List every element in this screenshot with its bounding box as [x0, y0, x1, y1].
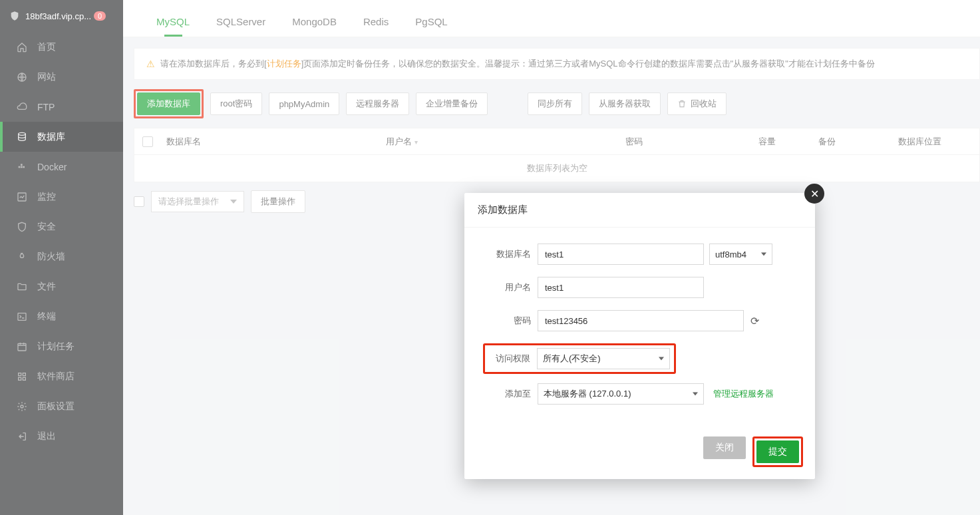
label-addto: 添加至: [483, 388, 538, 400]
modal-close-button[interactable]: ✕: [804, 184, 824, 204]
manage-remote-link[interactable]: 管理远程服务器: [713, 388, 774, 400]
row-access: 访问权限 所有人(不安全): [483, 343, 796, 374]
select-access[interactable]: 所有人(不安全): [537, 348, 670, 369]
close-icon: ✕: [810, 188, 819, 200]
highlight-submit: 提交: [752, 436, 803, 467]
label-username: 用户名: [483, 281, 538, 293]
modal-cancel-button[interactable]: 关闭: [703, 436, 746, 459]
row-username: 用户名: [483, 277, 796, 298]
row-password: 密码 ⟳: [483, 310, 796, 331]
modal-body: 数据库名 utf8mb4 用户名 密码 ⟳ 访问权限 所有人(不安全) 添加至 …: [464, 228, 815, 426]
input-password[interactable]: [538, 310, 744, 331]
modal-title: 添加数据库: [464, 193, 815, 228]
row-dbname: 数据库名 utf8mb4: [483, 244, 796, 265]
row-addto: 添加至 本地服务器 (127.0.0.1) 管理远程服务器: [483, 383, 796, 405]
modal-footer: 关闭 提交: [464, 426, 815, 479]
highlight-access: 访问权限 所有人(不安全): [483, 343, 676, 374]
label-access: 访问权限: [485, 353, 537, 365]
input-dbname[interactable]: [538, 244, 704, 265]
modal-submit-button[interactable]: 提交: [756, 440, 799, 463]
select-charset[interactable]: utf8mb4: [709, 244, 772, 265]
label-dbname: 数据库名: [483, 248, 538, 260]
label-password: 密码: [483, 315, 538, 327]
add-database-modal: ✕ 添加数据库 数据库名 utf8mb4 用户名 密码 ⟳ 访问权限 所有人(不…: [464, 193, 815, 479]
select-server[interactable]: 本地服务器 (127.0.0.1): [538, 383, 704, 405]
input-username[interactable]: [538, 277, 704, 298]
regen-password-icon[interactable]: ⟳: [750, 315, 759, 327]
